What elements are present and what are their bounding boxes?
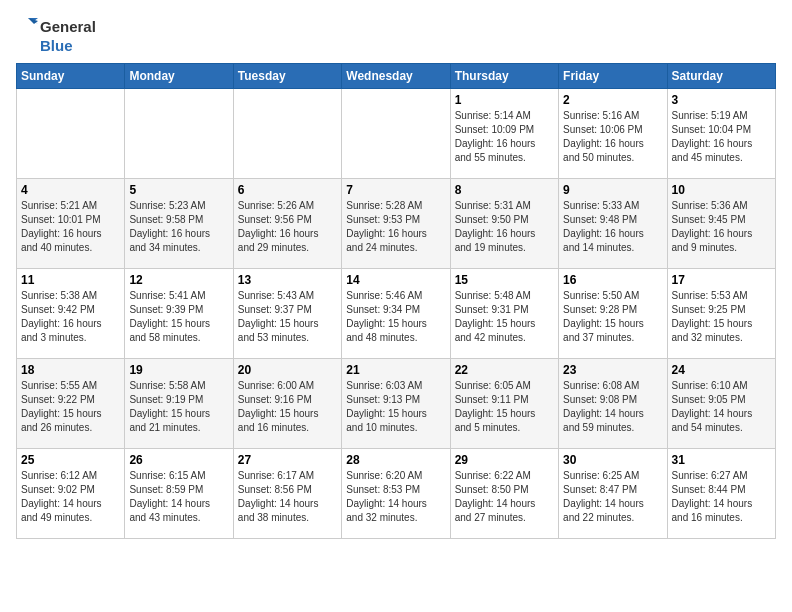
day-info: Sunrise: 5:53 AMSunset: 9:25 PMDaylight:… xyxy=(672,289,771,345)
calendar-cell: 24Sunrise: 6:10 AMSunset: 9:05 PMDayligh… xyxy=(667,358,775,448)
calendar-cell: 16Sunrise: 5:50 AMSunset: 9:28 PMDayligh… xyxy=(559,268,667,358)
day-info: Sunrise: 5:46 AMSunset: 9:34 PMDaylight:… xyxy=(346,289,445,345)
logo-general-text: General xyxy=(40,19,96,36)
day-info: Sunrise: 5:48 AMSunset: 9:31 PMDaylight:… xyxy=(455,289,554,345)
day-number: 19 xyxy=(129,363,228,377)
day-number: 7 xyxy=(346,183,445,197)
calendar-cell: 25Sunrise: 6:12 AMSunset: 9:02 PMDayligh… xyxy=(17,448,125,538)
day-number: 23 xyxy=(563,363,662,377)
calendar-cell: 14Sunrise: 5:46 AMSunset: 9:34 PMDayligh… xyxy=(342,268,450,358)
calendar-cell: 6Sunrise: 5:26 AMSunset: 9:56 PMDaylight… xyxy=(233,178,341,268)
calendar-cell: 11Sunrise: 5:38 AMSunset: 9:42 PMDayligh… xyxy=(17,268,125,358)
day-number: 17 xyxy=(672,273,771,287)
day-info: Sunrise: 5:26 AMSunset: 9:56 PMDaylight:… xyxy=(238,199,337,255)
day-number: 1 xyxy=(455,93,554,107)
logo-blue-text: Blue xyxy=(40,38,96,55)
day-number: 8 xyxy=(455,183,554,197)
calendar-cell xyxy=(17,88,125,178)
header: General Blue xyxy=(16,16,776,55)
calendar-cell xyxy=(233,88,341,178)
col-header-monday: Monday xyxy=(125,63,233,88)
calendar-cell: 20Sunrise: 6:00 AMSunset: 9:16 PMDayligh… xyxy=(233,358,341,448)
calendar-cell: 15Sunrise: 5:48 AMSunset: 9:31 PMDayligh… xyxy=(450,268,558,358)
day-number: 30 xyxy=(563,453,662,467)
col-header-tuesday: Tuesday xyxy=(233,63,341,88)
day-info: Sunrise: 5:21 AMSunset: 10:01 PMDaylight… xyxy=(21,199,120,255)
day-info: Sunrise: 5:41 AMSunset: 9:39 PMDaylight:… xyxy=(129,289,228,345)
day-info: Sunrise: 5:43 AMSunset: 9:37 PMDaylight:… xyxy=(238,289,337,345)
day-number: 5 xyxy=(129,183,228,197)
day-info: Sunrise: 5:38 AMSunset: 9:42 PMDaylight:… xyxy=(21,289,120,345)
day-info: Sunrise: 6:05 AMSunset: 9:11 PMDaylight:… xyxy=(455,379,554,435)
calendar-table: SundayMondayTuesdayWednesdayThursdayFrid… xyxy=(16,63,776,539)
col-header-friday: Friday xyxy=(559,63,667,88)
calendar-cell: 4Sunrise: 5:21 AMSunset: 10:01 PMDayligh… xyxy=(17,178,125,268)
day-info: Sunrise: 6:00 AMSunset: 9:16 PMDaylight:… xyxy=(238,379,337,435)
day-info: Sunrise: 6:27 AMSunset: 8:44 PMDaylight:… xyxy=(672,469,771,525)
day-number: 20 xyxy=(238,363,337,377)
calendar-cell xyxy=(125,88,233,178)
day-info: Sunrise: 5:14 AMSunset: 10:09 PMDaylight… xyxy=(455,109,554,165)
day-number: 3 xyxy=(672,93,771,107)
calendar-cell: 18Sunrise: 5:55 AMSunset: 9:22 PMDayligh… xyxy=(17,358,125,448)
day-info: Sunrise: 5:33 AMSunset: 9:48 PMDaylight:… xyxy=(563,199,662,255)
day-number: 21 xyxy=(346,363,445,377)
calendar-cell: 1Sunrise: 5:14 AMSunset: 10:09 PMDayligh… xyxy=(450,88,558,178)
calendar-cell: 5Sunrise: 5:23 AMSunset: 9:58 PMDaylight… xyxy=(125,178,233,268)
calendar-cell: 3Sunrise: 5:19 AMSunset: 10:04 PMDayligh… xyxy=(667,88,775,178)
calendar-cell: 23Sunrise: 6:08 AMSunset: 9:08 PMDayligh… xyxy=(559,358,667,448)
day-number: 9 xyxy=(563,183,662,197)
day-info: Sunrise: 5:28 AMSunset: 9:53 PMDaylight:… xyxy=(346,199,445,255)
day-number: 29 xyxy=(455,453,554,467)
calendar-cell: 17Sunrise: 5:53 AMSunset: 9:25 PMDayligh… xyxy=(667,268,775,358)
logo-bird-icon xyxy=(16,16,38,38)
day-number: 13 xyxy=(238,273,337,287)
day-info: Sunrise: 6:25 AMSunset: 8:47 PMDaylight:… xyxy=(563,469,662,525)
day-number: 18 xyxy=(21,363,120,377)
day-info: Sunrise: 5:36 AMSunset: 9:45 PMDaylight:… xyxy=(672,199,771,255)
calendar-cell: 30Sunrise: 6:25 AMSunset: 8:47 PMDayligh… xyxy=(559,448,667,538)
logo-container: General Blue xyxy=(16,16,96,55)
day-number: 31 xyxy=(672,453,771,467)
day-number: 22 xyxy=(455,363,554,377)
day-info: Sunrise: 6:17 AMSunset: 8:56 PMDaylight:… xyxy=(238,469,337,525)
calendar-cell: 28Sunrise: 6:20 AMSunset: 8:53 PMDayligh… xyxy=(342,448,450,538)
col-header-saturday: Saturday xyxy=(667,63,775,88)
calendar-cell: 2Sunrise: 5:16 AMSunset: 10:06 PMDayligh… xyxy=(559,88,667,178)
calendar-cell: 21Sunrise: 6:03 AMSunset: 9:13 PMDayligh… xyxy=(342,358,450,448)
day-number: 10 xyxy=(672,183,771,197)
day-number: 27 xyxy=(238,453,337,467)
day-number: 26 xyxy=(129,453,228,467)
calendar-cell: 29Sunrise: 6:22 AMSunset: 8:50 PMDayligh… xyxy=(450,448,558,538)
day-info: Sunrise: 6:22 AMSunset: 8:50 PMDaylight:… xyxy=(455,469,554,525)
day-number: 24 xyxy=(672,363,771,377)
day-info: Sunrise: 6:15 AMSunset: 8:59 PMDaylight:… xyxy=(129,469,228,525)
col-header-thursday: Thursday xyxy=(450,63,558,88)
day-info: Sunrise: 5:58 AMSunset: 9:19 PMDaylight:… xyxy=(129,379,228,435)
calendar-cell: 12Sunrise: 5:41 AMSunset: 9:39 PMDayligh… xyxy=(125,268,233,358)
day-number: 6 xyxy=(238,183,337,197)
col-header-wednesday: Wednesday xyxy=(342,63,450,88)
day-number: 12 xyxy=(129,273,228,287)
day-info: Sunrise: 5:23 AMSunset: 9:58 PMDaylight:… xyxy=(129,199,228,255)
calendar-cell: 27Sunrise: 6:17 AMSunset: 8:56 PMDayligh… xyxy=(233,448,341,538)
day-info: Sunrise: 5:50 AMSunset: 9:28 PMDaylight:… xyxy=(563,289,662,345)
day-info: Sunrise: 6:10 AMSunset: 9:05 PMDaylight:… xyxy=(672,379,771,435)
calendar-cell: 13Sunrise: 5:43 AMSunset: 9:37 PMDayligh… xyxy=(233,268,341,358)
calendar-cell: 19Sunrise: 5:58 AMSunset: 9:19 PMDayligh… xyxy=(125,358,233,448)
logo: General Blue xyxy=(16,16,96,55)
day-info: Sunrise: 5:31 AMSunset: 9:50 PMDaylight:… xyxy=(455,199,554,255)
calendar-cell: 8Sunrise: 5:31 AMSunset: 9:50 PMDaylight… xyxy=(450,178,558,268)
day-number: 15 xyxy=(455,273,554,287)
day-info: Sunrise: 5:19 AMSunset: 10:04 PMDaylight… xyxy=(672,109,771,165)
calendar-cell: 10Sunrise: 5:36 AMSunset: 9:45 PMDayligh… xyxy=(667,178,775,268)
calendar-cell: 7Sunrise: 5:28 AMSunset: 9:53 PMDaylight… xyxy=(342,178,450,268)
day-info: Sunrise: 6:03 AMSunset: 9:13 PMDaylight:… xyxy=(346,379,445,435)
calendar-cell: 31Sunrise: 6:27 AMSunset: 8:44 PMDayligh… xyxy=(667,448,775,538)
col-header-sunday: Sunday xyxy=(17,63,125,88)
day-number: 16 xyxy=(563,273,662,287)
day-number: 28 xyxy=(346,453,445,467)
day-number: 11 xyxy=(21,273,120,287)
calendar-cell: 26Sunrise: 6:15 AMSunset: 8:59 PMDayligh… xyxy=(125,448,233,538)
day-number: 2 xyxy=(563,93,662,107)
